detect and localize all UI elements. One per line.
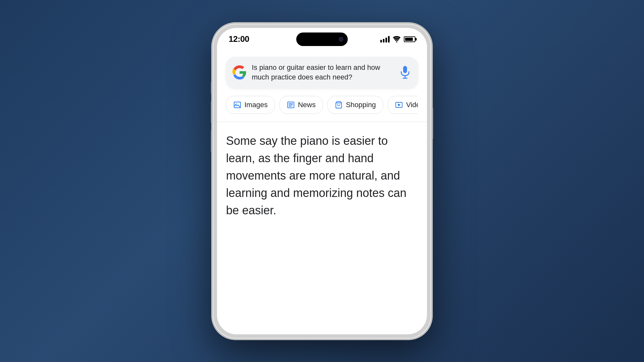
chip-images-label: Images [244,101,268,109]
power-button [431,107,433,139]
search-bar[interactable]: Is piano or guitar easier to learn and h… [226,57,418,88]
svg-marker-13 [398,104,401,106]
signal-icon [380,36,390,42]
search-query-text: Is piano or guitar easier to learn and h… [252,63,393,83]
filter-chips: Images News [226,96,418,114]
mic-button[interactable] [399,65,412,79]
chip-shopping-label: Shopping [346,101,376,109]
chip-shopping[interactable]: Shopping [327,96,383,114]
google-logo [232,65,247,79]
volume-down-button [211,130,213,152]
chip-news-label: News [298,101,316,109]
svg-point-6 [236,104,237,105]
dynamic-island [296,32,348,46]
battery-icon [404,36,415,42]
status-time: 12:00 [229,34,249,44]
phone-screen: 12:00 [217,28,427,334]
svg-rect-1 [403,66,407,73]
camera-dot [339,37,343,42]
news-icon [287,101,295,109]
chip-news[interactable]: News [279,96,323,114]
shopping-icon [335,101,343,109]
chip-videos-label: Vide... [406,101,418,109]
screen-content: Is piano or guitar easier to learn and h… [217,57,427,219]
chip-videos[interactable]: Vide... [388,96,418,114]
image-icon [233,101,241,109]
mute-button [211,81,213,94]
chip-images[interactable]: Images [226,96,275,114]
answer-text: Some say the piano is easier to learn, a… [226,132,418,219]
svg-point-0 [396,41,397,42]
section-divider [217,122,427,122]
video-icon [395,101,403,109]
status-bar: 12:00 [217,28,427,51]
wifi-icon [393,36,401,42]
status-icons [380,36,415,42]
volume-up-button [211,101,213,123]
phone-mockup: 12:00 [213,23,431,339]
